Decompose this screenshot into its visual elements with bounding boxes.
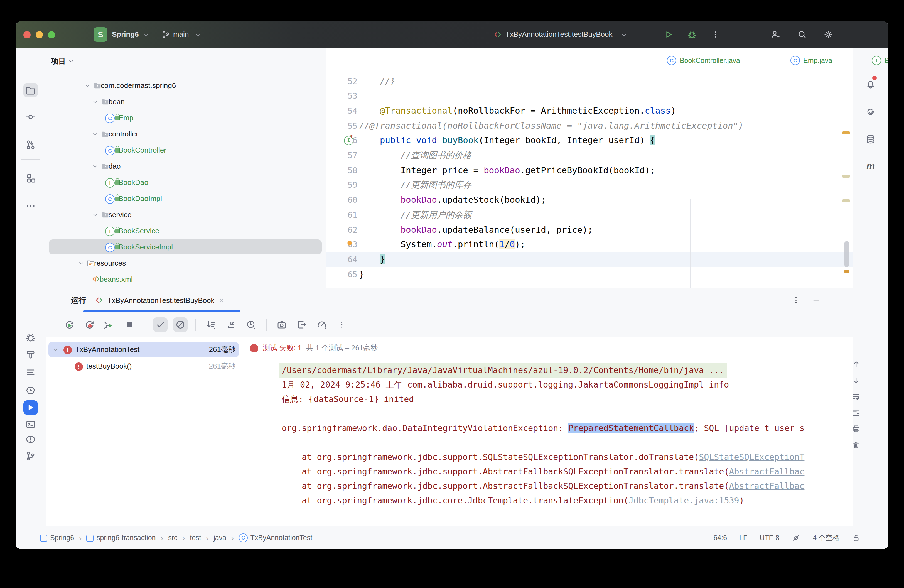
error-stripe-mark[interactable] <box>842 175 850 178</box>
stack-trace-link[interactable]: AbstractFallbac <box>729 481 804 491</box>
highlighting-level-icon[interactable] <box>792 533 800 542</box>
snapshot-button[interactable] <box>274 317 289 332</box>
tree-item-emp[interactable]: CEmp <box>46 110 326 125</box>
code-line-63[interactable]: 63 System.out.println(1/0); <box>326 237 853 252</box>
settings-button[interactable] <box>823 30 833 40</box>
close-run-tab-icon[interactable] <box>218 297 225 303</box>
next-failed-test-button[interactable] <box>852 376 861 385</box>
maven-tool-button[interactable]: m <box>863 159 878 174</box>
code-with-me-button[interactable] <box>770 30 781 40</box>
print-button[interactable] <box>852 424 861 433</box>
tree-item-resources[interactable]: resources <box>46 256 326 270</box>
project-panel-title[interactable]: 项目 <box>51 56 66 66</box>
stack-trace-link[interactable]: JdbcTemplate.java:1539 <box>629 496 739 506</box>
test-item-testbuybook-[interactable]: testBuyBook()261毫秒 <box>46 359 242 374</box>
code-line-56[interactable]: 56I public void buyBook(Integer bookId, … <box>326 133 853 149</box>
problems-tool-button[interactable] <box>24 432 38 447</box>
stack-trace-link[interactable]: AbstractFallbac <box>729 466 804 477</box>
show-ignored-button[interactable] <box>173 317 188 332</box>
editor-scrollbar[interactable] <box>844 241 849 267</box>
code-line-52[interactable]: 52 //} <box>326 74 853 89</box>
error-stripe-mark[interactable] <box>842 199 850 202</box>
run-panel-options-button[interactable] <box>792 296 800 305</box>
project-tool-button[interactable] <box>24 83 38 98</box>
services-tool-button[interactable] <box>24 383 38 398</box>
error-stripe-mark[interactable] <box>844 270 849 273</box>
soft-wrap-button[interactable] <box>852 392 861 401</box>
indent-setting[interactable]: 4 个空格 <box>813 533 839 543</box>
spring-tool-button[interactable] <box>863 105 878 119</box>
commit-tool-button[interactable] <box>24 110 38 124</box>
breadcrumb-item-txbyannotationtest[interactable]: CTxByAnnotationTest <box>239 533 312 542</box>
show-passed-button[interactable] <box>153 317 168 332</box>
console[interactable]: 测试 失败: 1 共 1 个测试 – 261毫秒 /Users/codermas… <box>242 337 853 526</box>
tab-bookcontroller-java[interactable]: CBookController.java <box>667 48 762 73</box>
test-item-txbyannotationtest[interactable]: TxByAnnotationTest261毫秒 <box>46 342 242 357</box>
tree-item-bookdao[interactable]: IBookDao <box>46 175 326 190</box>
code-line-54[interactable]: 54 @Transactional(noRollbackFor = Arithm… <box>326 104 853 119</box>
branch-selector[interactable]: main <box>173 21 189 48</box>
debug-tool-button[interactable] <box>24 330 38 345</box>
run-button[interactable] <box>664 30 673 40</box>
git-tool-button[interactable] <box>24 449 38 463</box>
project-selector[interactable]: Spring6 <box>112 21 139 48</box>
code-line-53[interactable]: 53 <box>326 89 853 104</box>
clear-console-button[interactable] <box>852 441 861 449</box>
code-line-61[interactable]: 61 //更新用户的余额 <box>326 208 853 223</box>
code-line-65[interactable]: 65} <box>326 267 853 282</box>
intention-bulb-icon[interactable] <box>345 239 354 248</box>
structure-tool-button[interactable] <box>24 171 38 185</box>
run-tab[interactable]: TxByAnnotationTest.testBuyBook <box>95 288 225 312</box>
toggle-auto-test-button[interactable] <box>103 317 117 332</box>
hide-panel-button[interactable] <box>812 296 820 305</box>
run-tool-button[interactable] <box>24 400 38 415</box>
code-area[interactable]: 52 //}5354 @Transactional(noRollbackFor … <box>326 73 853 288</box>
tree-item-bookdaoimpl[interactable]: CBookDaoImpl <box>46 191 326 206</box>
pull-requests-tool-button[interactable] <box>24 138 38 152</box>
tree-item-bookcontroller[interactable]: CBookController <box>46 142 326 158</box>
code-line-59[interactable]: 59 //更新图书的库存 <box>326 178 853 193</box>
tree-item-bookservice[interactable]: IBookService <box>46 223 326 238</box>
breadcrumb-item-spring6[interactable]: Spring6 <box>40 534 74 542</box>
stop-button[interactable] <box>122 317 137 332</box>
debug-button[interactable] <box>687 30 697 40</box>
minimize-window-button[interactable] <box>36 31 43 38</box>
run-panel-title[interactable]: 运行 <box>71 288 86 312</box>
terminal-tool-button[interactable] <box>24 417 38 432</box>
tree-item-dao[interactable]: dao <box>46 159 326 174</box>
code-line-60[interactable]: 60 bookDao.updateStock(bookId); <box>326 193 853 208</box>
notifications-button[interactable] <box>863 77 878 91</box>
tab-emp-java[interactable]: CEmp.java <box>790 48 849 73</box>
sort-by-duration-button[interactable] <box>244 317 258 332</box>
sort-tests-button[interactable] <box>204 317 218 332</box>
rerun-button[interactable] <box>62 317 77 332</box>
tree-item-service[interactable]: service <box>46 207 326 222</box>
code-line-58[interactable]: 58 Integer price = bookDao.getPriceByBoo… <box>326 163 853 178</box>
thread-dump-button[interactable] <box>294 317 309 332</box>
build-tool-button[interactable] <box>24 347 38 361</box>
line-ending[interactable]: LF <box>739 534 747 542</box>
tree-item-bookserviceimpl[interactable]: CBookServiceImpl <box>46 239 326 254</box>
more-actions-button[interactable] <box>711 30 720 39</box>
project-badge[interactable]: S <box>93 27 107 42</box>
prev-failed-test-button[interactable] <box>852 360 861 368</box>
maximize-window-button[interactable] <box>48 31 55 38</box>
toolbar-more-button[interactable] <box>335 317 349 332</box>
tree-item-com-codermast-spring6[interactable]: com.codermast.spring6 <box>46 78 326 93</box>
close-window-button[interactable] <box>24 31 31 38</box>
code-line-62[interactable]: 62 bookDao.updateBalance(userId, price); <box>326 223 853 237</box>
breadcrumb-item-test[interactable]: test <box>190 534 201 542</box>
error-stripe-mark[interactable] <box>842 131 850 134</box>
encoding[interactable]: UTF-8 <box>760 534 779 542</box>
stack-trace-link[interactable]: SQLStateSQLExceptionT <box>699 452 804 462</box>
database-tool-button[interactable] <box>863 132 878 147</box>
breadcrumb-item-spring6-transaction[interactable]: spring6-transaction <box>87 534 156 542</box>
breadcrumb-item-src[interactable]: src <box>168 534 177 542</box>
breadcrumb-item-java[interactable]: java <box>213 534 226 542</box>
search-everywhere-button[interactable] <box>797 30 807 40</box>
profiler-button[interactable] <box>315 317 329 332</box>
tree-item-controller[interactable]: controller <box>46 126 326 141</box>
caret-position[interactable]: 64:6 <box>713 534 727 542</box>
tab-bookservice-java[interactable]: IBookService.java <box>872 48 888 73</box>
rerun-failed-button[interactable] <box>82 317 97 332</box>
